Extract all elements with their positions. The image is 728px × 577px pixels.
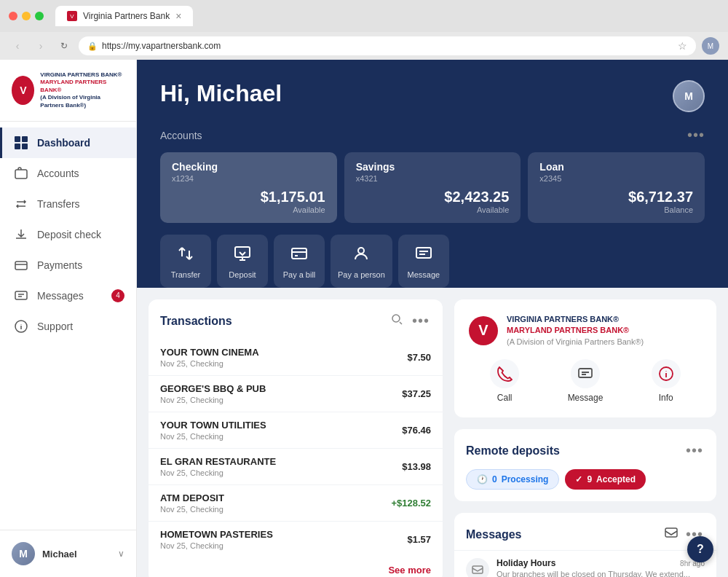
- help-button[interactable]: ?: [687, 536, 713, 562]
- address-bar[interactable]: 🔒 https://my.vapartnersbank.com ☆: [79, 36, 696, 55]
- transfer-action-button[interactable]: Transfer: [160, 235, 211, 288]
- loan-account-card[interactable]: Loan x2345 $6,712.37 Balance: [528, 152, 705, 223]
- message-quick-icon: [415, 245, 432, 266]
- transaction-amount: $7.50: [407, 352, 431, 363]
- remote-deposits-more-button[interactable]: •••: [684, 441, 705, 460]
- user-header-avatar[interactable]: M: [673, 80, 705, 112]
- deposit-action-button[interactable]: Deposit: [217, 235, 268, 288]
- sidebar-navigation: Dashboard Accounts Transfers Deposit che…: [0, 122, 136, 530]
- message-label: Message: [408, 270, 440, 279]
- account-amount: $2,423.25: [356, 189, 510, 205]
- table-row[interactable]: ATM DEPOSIT Nov 25, Checking +$128.52: [149, 485, 443, 522]
- sidebar-item-label: Accounts: [37, 168, 79, 179]
- transaction-amount: $1.57: [407, 534, 431, 545]
- refresh-button[interactable]: ↻: [55, 37, 73, 55]
- sidebar-item-accounts[interactable]: Accounts: [0, 158, 136, 189]
- tab-close-button[interactable]: ×: [175, 10, 181, 22]
- message-icon: [571, 359, 600, 388]
- browser-chrome: V Virginia Partners Bank × ‹ › ↻ 🔒 https…: [0, 0, 728, 60]
- table-row[interactable]: HOMETOWN PASTERIES Nov 25, Checking $1.5…: [149, 522, 443, 557]
- account-amount: $6,712.37: [539, 189, 693, 205]
- transactions-see-more-button[interactable]: See more: [149, 557, 443, 577]
- minimize-window-button[interactable]: [22, 12, 31, 20]
- transactions-more-button[interactable]: •••: [411, 311, 431, 331]
- pay-person-icon: [352, 245, 370, 266]
- messages-icon: [14, 288, 28, 303]
- bank-info-header: V VIRGINIA PARTNERS BANK® MARYLAND PARTN…: [454, 299, 716, 359]
- forward-button[interactable]: ›: [32, 37, 50, 55]
- sidebar-item-label: Dashboard: [37, 137, 90, 149]
- processing-label: Processing: [502, 474, 549, 484]
- remote-deposits-title: Remote deposits: [466, 444, 560, 458]
- sidebar-item-payments[interactable]: Payments: [0, 250, 136, 280]
- accounts-cards: Checking x1234 $1,175.01 Available Savin…: [160, 152, 705, 223]
- transaction-amount: $13.98: [402, 461, 431, 472]
- bank-info-card: V VIRGINIA PARTNERS BANK® MARYLAND PARTN…: [454, 299, 716, 417]
- transactions-search-button[interactable]: [389, 311, 405, 331]
- pay-person-action-button[interactable]: Pay a person: [331, 235, 392, 288]
- svg-rect-2: [15, 136, 20, 142]
- messages-badge: 4: [111, 289, 124, 302]
- bookmark-icon[interactable]: ☆: [678, 40, 687, 52]
- svg-rect-6: [15, 170, 27, 178]
- table-row[interactable]: EL GRAN RESTAURANTE Nov 25, Checking $13…: [149, 449, 443, 485]
- table-row[interactable]: GEORGE'S BBQ & PUB Nov 25, Checking $37.…: [149, 376, 443, 412]
- checking-account-card[interactable]: Checking x1234 $1,175.01 Available: [160, 152, 337, 223]
- transaction-meta: Nov 25, Checking: [160, 541, 273, 550]
- savings-account-card[interactable]: Savings x4321 $2,423.25 Available: [344, 152, 521, 223]
- bank-name: VIRGINIA PARTNERS BANK® MARYLAND PARTNER…: [40, 71, 124, 109]
- processing-badge[interactable]: 🕐 0 Processing: [466, 469, 559, 490]
- transaction-amount: $76.46: [402, 425, 431, 436]
- tab-title: Virginia Partners Bank: [83, 11, 170, 21]
- browser-user-avatar[interactable]: M: [702, 37, 719, 55]
- sidebar-item-transfers[interactable]: Transfers: [0, 189, 136, 219]
- sidebar-item-dashboard[interactable]: Dashboard: [0, 127, 136, 158]
- browser-toolbar: ‹ › ↻ 🔒 https://my.vapartnersbank.com ☆ …: [0, 32, 728, 60]
- ssl-icon: 🔒: [87, 42, 98, 51]
- message-action-button[interactable]: Message: [398, 235, 449, 288]
- right-column: V VIRGINIA PARTNERS BANK® MARYLAND PARTN…: [454, 299, 716, 577]
- sidebar-item-deposit[interactable]: Deposit check: [0, 219, 136, 250]
- bank-contact-actions: Call Message Info: [454, 359, 716, 417]
- transactions-card: Transactions ••• YOUR TOWN CINEMA: [149, 299, 443, 577]
- transaction-meta: Nov 25, Checking: [160, 359, 259, 368]
- main-content: Hi, Michael M Accounts ••• Checking x123…: [137, 60, 728, 577]
- clock-icon: 🕐: [477, 474, 488, 484]
- sidebar-user-profile[interactable]: M Michael ∨: [0, 530, 136, 577]
- bank-call-button[interactable]: Call: [490, 359, 519, 403]
- close-window-button[interactable]: [9, 12, 17, 20]
- accounts-more-button[interactable]: •••: [687, 127, 705, 144]
- bank-info-button[interactable]: Info: [652, 359, 681, 403]
- maximize-window-button[interactable]: [35, 12, 44, 20]
- list-item[interactable]: Holiday Hours 8hr ago Our branches will …: [454, 550, 716, 577]
- deposit-label: Deposit: [229, 270, 256, 279]
- user-name: Michael: [42, 549, 111, 560]
- sidebar-item-label: Deposit check: [37, 229, 101, 240]
- back-button[interactable]: ‹: [9, 37, 26, 55]
- message-preview: Our branches will be closed on Thursday.…: [496, 570, 705, 577]
- transaction-meta: Nov 25, Checking: [160, 505, 224, 514]
- phone-icon: [490, 359, 519, 388]
- pay-bill-action-button[interactable]: Pay a bill: [274, 235, 325, 288]
- sidebar-item-label: Support: [37, 321, 73, 332]
- transaction-meta: Nov 25, Checking: [160, 432, 266, 441]
- bank-message-button[interactable]: Message: [568, 359, 604, 403]
- svg-rect-4: [15, 144, 20, 149]
- header-top: Hi, Michael M: [160, 80, 705, 112]
- svg-rect-7: [15, 262, 27, 270]
- svg-rect-8: [15, 291, 27, 299]
- browser-tab[interactable]: V Virginia Partners Bank ×: [55, 6, 193, 26]
- sidebar-item-messages[interactable]: Messages 4: [0, 280, 136, 311]
- transaction-name: ATM DEPOSIT: [160, 492, 224, 503]
- table-row[interactable]: YOUR TOWN CINEMA Nov 25, Checking $7.50: [149, 339, 443, 376]
- app-container: V VIRGINIA PARTNERS BANK® MARYLAND PARTN…: [0, 60, 728, 577]
- sidebar: V VIRGINIA PARTNERS BANK® MARYLAND PARTN…: [0, 60, 137, 577]
- table-row[interactable]: YOUR TOWN UTILITIES Nov 25, Checking $76…: [149, 412, 443, 449]
- transaction-amount: $37.25: [402, 388, 431, 399]
- sidebar-item-support[interactable]: Support: [0, 311, 136, 342]
- accepted-badge[interactable]: ✓ 9 Accepted: [565, 469, 646, 490]
- compose-message-icon[interactable]: [664, 525, 678, 543]
- user-avatar: M: [12, 542, 35, 565]
- browser-titlebar: V Virginia Partners Bank ×: [0, 0, 728, 32]
- bank-name-text: VIRGINIA PARTNERS BANK® MARYLAND PARTNER…: [507, 314, 644, 348]
